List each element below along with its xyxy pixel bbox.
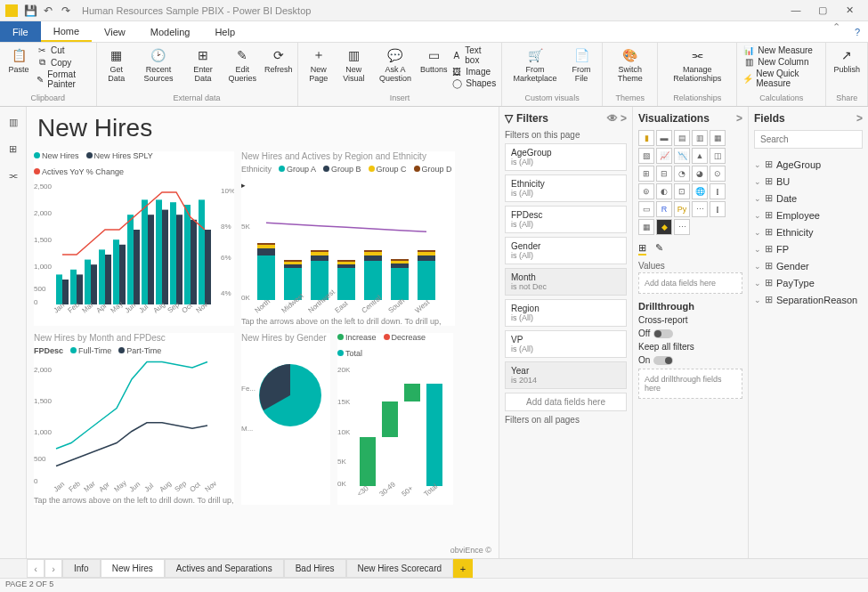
tab-prev[interactable]: ‹ — [27, 559, 45, 578]
redo-icon[interactable]: ↷ — [57, 4, 75, 17]
keep-filters-toggle[interactable] — [653, 356, 673, 365]
fields-search-input[interactable] — [754, 130, 863, 149]
fields-tab-icon[interactable]: ⊞ — [638, 242, 646, 255]
from-file-button[interactable]: 📄From File — [564, 45, 598, 85]
from-marketplace-button[interactable]: 🛒From Marketplace — [506, 45, 564, 85]
svg-rect-17 — [105, 255, 111, 304]
tab-view[interactable]: View — [92, 21, 138, 42]
minimize-icon[interactable]: — — [783, 4, 809, 16]
buttons-button[interactable]: ▭Buttons — [418, 45, 449, 77]
enter-data-button[interactable]: ⊞Enter Data — [184, 45, 222, 85]
filter-agegroup[interactable]: AgeGroupis (All) — [505, 143, 627, 171]
tab-home[interactable]: Home — [41, 21, 92, 42]
tab-next[interactable]: › — [45, 559, 62, 578]
close-icon[interactable]: ✕ — [836, 4, 863, 16]
chart4[interactable]: Fe... M... — [241, 346, 330, 462]
copy-button[interactable]: ⧉Copy — [34, 56, 93, 69]
model-view-icon[interactable]: ⫘ — [5, 167, 21, 183]
chart3[interactable]: 2,0001,5001,0005000 JanFebMarAprMayJunJu… — [34, 359, 234, 492]
field-bu[interactable]: ⌄⊞BU — [754, 173, 863, 190]
credit: obviEnce © — [450, 546, 491, 555]
chart5[interactable]: 20K15K10K5K0K <30 30-49 50+ Total — [337, 361, 453, 499]
add-page-button[interactable]: + — [453, 559, 473, 578]
recent-sources-button[interactable]: 🕑Recent Sources — [133, 45, 184, 85]
format-tab-icon[interactable]: ✎ — [655, 242, 663, 255]
add-filter[interactable]: Add data fields here — [505, 393, 627, 411]
svg-rect-46 — [257, 248, 275, 255]
svg-text:8%: 8% — [221, 223, 231, 231]
switch-theme-button[interactable]: 🎨Switch Theme — [606, 45, 653, 85]
maximize-icon[interactable]: ▢ — [809, 4, 836, 16]
svg-rect-45 — [257, 255, 275, 300]
manage-relationships-button[interactable]: ⫘Manage Relationships — [661, 45, 733, 85]
filter-month[interactable]: Monthis not Dec — [505, 268, 627, 296]
sheet-tab[interactable]: Bad Hires — [284, 559, 346, 578]
chart2[interactable]: 5K0K NorthMidwestNorthwestEastCentralSou… — [241, 193, 455, 313]
field-fp[interactable]: ⌄⊞FP — [754, 240, 863, 257]
edit-queries-button[interactable]: ✎Edit Queries — [222, 45, 264, 85]
viz-gallery[interactable]: ▮▬▤▥▦▧ 📈📉▲◫⊞⊟ ◔◕⊙⊚◐⊡ 🌐⫿▭RPy⋯ ⫿▦◆⋯ — [638, 130, 742, 235]
filter-year[interactable]: Yearis 2014 — [505, 361, 627, 389]
sheet-tab[interactable]: New Hires — [101, 559, 165, 578]
svg-text:East: East — [334, 299, 351, 313]
chart1[interactable]: 2,5002,0001,5001,0005000 10%8%6%4% JanFe… — [34, 180, 234, 313]
page-tabs: ‹ › InfoNew HiresActives and Separations… — [0, 558, 868, 578]
sheet-tab[interactable]: Actives and Separations — [165, 559, 284, 578]
format-painter-button[interactable]: ✎Format Painter — [34, 69, 93, 90]
field-agegroup[interactable]: ⌄⊞AgeGroup — [754, 156, 863, 173]
cross-report-toggle[interactable] — [653, 329, 673, 338]
tab-modeling[interactable]: Modeling — [138, 21, 203, 42]
shapes-button[interactable]: ◯Shapes — [449, 77, 498, 89]
filter-ethnicity[interactable]: Ethnicityis (All) — [505, 174, 627, 202]
cut-button[interactable]: ✂Cut — [34, 45, 93, 56]
filter-region[interactable]: Regionis (All) — [505, 299, 627, 327]
report-canvas[interactable]: New Hires New Hires New Hires SPLY Activ… — [27, 107, 499, 558]
new-visual-button[interactable]: ▥New Visual — [336, 45, 372, 85]
tab-help[interactable]: Help — [202, 21, 247, 42]
svg-text:Sep: Sep — [174, 479, 189, 492]
sheet-tab[interactable]: New Hires Scorecard — [346, 559, 453, 578]
paste-button[interactable]: 📋Paste — [4, 45, 34, 77]
field-date[interactable]: ⌄⊞Date — [754, 190, 863, 207]
sheet-tab[interactable]: Info — [62, 559, 101, 578]
ribbon-collapse-icon[interactable]: ⌃ — [825, 21, 847, 42]
field-gender[interactable]: ⌄⊞Gender — [754, 257, 863, 274]
field-employee[interactable]: ⌄⊞Employee — [754, 207, 863, 223]
publish-button[interactable]: ↗Publish — [830, 45, 864, 77]
svg-text:Nov: Nov — [204, 479, 219, 492]
report-view-icon[interactable]: ▥ — [5, 114, 21, 130]
new-quick-measure-button[interactable]: ⚡New Quick Measure — [741, 68, 822, 89]
filter-gender[interactable]: Genderis (All) — [505, 237, 627, 264]
ask-question-button[interactable]: 💬Ask A Question — [372, 45, 419, 85]
file-menu[interactable]: File — [0, 21, 41, 42]
get-data-button[interactable]: ▦Get Data — [101, 45, 133, 85]
new-measure-button[interactable]: 📊New Measure — [741, 45, 822, 56]
values-well[interactable]: Add data fields here — [638, 272, 742, 294]
ribbon: 📋Paste ✂Cut ⧉Copy ✎Format Painter Clipbo… — [0, 43, 868, 107]
svg-text:15K: 15K — [337, 398, 351, 406]
svg-rect-56 — [311, 250, 329, 252]
data-view-icon[interactable]: ⊞ — [5, 141, 21, 157]
svg-text:Fe...: Fe... — [241, 385, 256, 393]
field-paytype[interactable]: ⌄⊞PayType — [754, 274, 863, 291]
textbox-button[interactable]: AText box — [449, 45, 498, 66]
drillthrough-well[interactable]: Add drillthrough fields here — [638, 369, 742, 399]
svg-rect-22 — [142, 199, 148, 304]
undo-icon[interactable]: ↶ — [39, 4, 57, 17]
field-separationreason[interactable]: ⌄⊞SeparationReason — [754, 291, 863, 308]
refresh-button[interactable]: ⟳Refresh — [264, 45, 294, 77]
filter-fpdesc[interactable]: FPDescis (All) — [505, 206, 627, 233]
field-ethnicity[interactable]: ⌄⊞Ethnicity — [754, 223, 863, 240]
svg-rect-27 — [176, 215, 183, 304]
svg-text:Apr: Apr — [98, 480, 112, 492]
image-button[interactable]: 🖼Image — [449, 66, 498, 77]
filter-vp[interactable]: VPis (All) — [505, 330, 627, 358]
svg-rect-68 — [391, 259, 409, 261]
new-page-button[interactable]: ＋New Page — [302, 45, 336, 85]
svg-rect-52 — [284, 260, 302, 262]
svg-text:5K: 5K — [337, 458, 346, 466]
svg-text:1,500: 1,500 — [34, 397, 53, 405]
help-icon[interactable]: ? — [847, 21, 868, 42]
new-column-button[interactable]: ▥New Column — [741, 56, 822, 68]
save-icon[interactable]: 💾 — [21, 4, 39, 17]
